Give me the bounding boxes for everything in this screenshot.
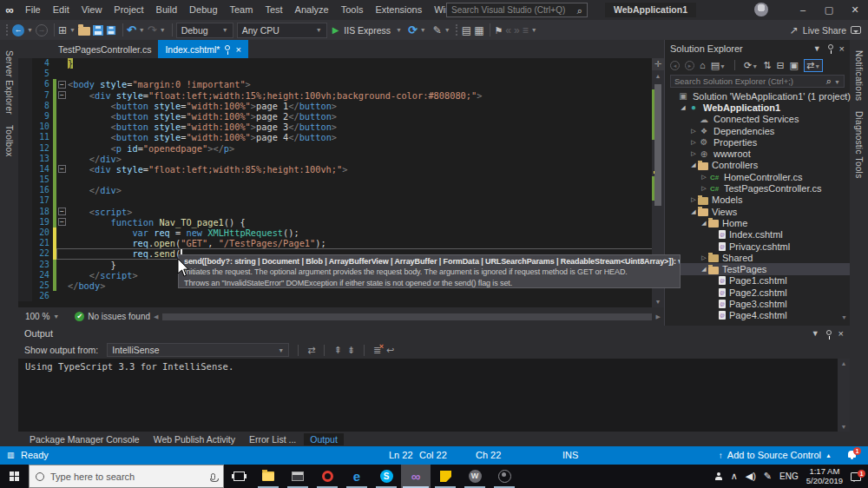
collapsed-arrow-icon[interactable]: ▷ (700, 174, 708, 181)
sync-with-active-document-icon[interactable]: ⇄▼ (804, 59, 823, 72)
home-icon[interactable]: ⌂ (700, 60, 706, 70)
output-content[interactable]: Using TypeScript 3.3 for IntelliSense. (18, 359, 838, 432)
obs-button[interactable] (490, 465, 519, 488)
menu-item-view[interactable]: View (76, 0, 108, 20)
close-button[interactable]: ✕ (842, 0, 868, 20)
menu-item-tools[interactable]: Tools (335, 0, 370, 20)
tool-tab-package-manager-console[interactable]: Package Manager Console (23, 433, 146, 445)
editor-tab[interactable]: TestPagesController.cs (51, 40, 158, 58)
menu-item-build[interactable]: Build (150, 0, 183, 20)
status-character[interactable]: Ch 22 (476, 446, 501, 465)
menu-item-analyze[interactable]: Analyze (289, 0, 335, 20)
task-view-button[interactable] (224, 465, 253, 488)
tree-item-views[interactable]: ◢Views (665, 206, 850, 217)
skype-button[interactable]: S (372, 465, 401, 488)
collapsed-arrow-icon[interactable]: ▷ (689, 139, 698, 146)
tool-tab-error-list-[interactable]: Error List ... (243, 433, 302, 445)
breakpoint-margin[interactable] (18, 270, 32, 280)
collapsed-arrow-icon[interactable]: ▷ (689, 196, 698, 203)
solution-explorer-search-input[interactable]: Search Solution Explorer (Ctrl+;) ⌕ ▼ (670, 75, 845, 88)
code-line-18[interactable]: 18− <script> (18, 207, 664, 217)
code-line-21[interactable]: 21 req.open("GET", "/TestPages/Page1"); (18, 238, 664, 248)
output-scroll-down-icon[interactable]: ▼ (838, 424, 850, 430)
run-target-dropdown[interactable]: ▼ (396, 27, 402, 33)
redo-dropdown[interactable]: ▼ (160, 27, 166, 33)
status-column[interactable]: Col 22 (419, 446, 447, 465)
close-panel-icon[interactable]: × (839, 43, 845, 54)
minimize-button[interactable]: – (790, 0, 816, 20)
breakpoint-margin[interactable] (18, 132, 32, 142)
word-wrap-icon[interactable]: ↩ (386, 345, 394, 356)
file-explorer-button[interactable] (253, 465, 283, 488)
language-indicator[interactable]: ENG (779, 472, 799, 481)
expanded-arrow-icon[interactable]: ◢ (679, 104, 687, 111)
run-target-label[interactable]: IIS Express (344, 25, 391, 36)
action-center-icon[interactable]: 1 (851, 472, 861, 481)
tree-item-wwwroot[interactable]: ▷wwwroot (665, 148, 850, 159)
code-line-6[interactable]: 6−<body style="margin:0 !important"> (18, 79, 664, 89)
breakpoint-margin[interactable] (18, 207, 32, 217)
code-cleanup-dropdown[interactable]: ▼ (444, 27, 450, 33)
tree-item-shared[interactable]: ▷Shared (665, 252, 850, 263)
tree-item-index-cshtml[interactable]: Index.cshtml (665, 229, 850, 241)
collapse-all-icon[interactable]: ⊟ (776, 60, 784, 71)
tree-item-page3-cshtml[interactable]: Page3.cshtml (665, 298, 850, 309)
tree-item-controllers[interactable]: ◢Controllers (665, 160, 850, 171)
breakpoint-margin[interactable] (18, 175, 32, 185)
next-message-icon[interactable]: ⇟ (347, 345, 355, 356)
feedback-icon[interactable] (851, 26, 861, 34)
tree-item-privacy-cshtml[interactable]: Privacy.cshtml (665, 241, 850, 252)
menu-item-file[interactable]: File (19, 0, 47, 20)
previous-message-icon[interactable]: ⇞ (333, 345, 341, 356)
scroll-left-icon[interactable]: ◀ (154, 313, 158, 320)
background-tasks-icon[interactable]: ▥ (7, 446, 15, 465)
save-icon[interactable] (93, 25, 103, 36)
zoom-level-select[interactable]: 100 %▼ (18, 312, 66, 321)
breakpoint-margin[interactable] (18, 58, 32, 69)
maximize-button[interactable]: ▢ (816, 0, 842, 20)
refresh-dropdown[interactable]: ▼ (420, 27, 426, 33)
tool-tab-output[interactable]: Output (304, 433, 344, 445)
output-menu-dropdown[interactable]: ▼ (812, 329, 819, 338)
bookmark-icon[interactable]: ⚑ (494, 24, 503, 36)
show-hidden-icons-chevron[interactable]: ∧ (731, 471, 738, 482)
tab-server-explorer[interactable]: Server Explorer (4, 50, 14, 115)
collapsed-arrow-icon[interactable]: ▷ (700, 185, 708, 192)
editor-tab[interactable]: Index.cshtml*× (158, 40, 247, 58)
show-all-files-icon[interactable]: ▣ (790, 60, 799, 71)
collapsed-arrow-icon[interactable]: ▷ (689, 128, 698, 135)
expanded-arrow-icon[interactable]: ◢ (689, 208, 698, 215)
open-file-icon[interactable] (78, 27, 90, 36)
code-line-10[interactable]: 10 <button style="width:100%">page 3</bu… (18, 122, 664, 132)
code-line-5[interactable]: 5 (18, 69, 664, 79)
taskbar-search-input[interactable]: Type here to search (29, 465, 224, 488)
breakpoint-margin[interactable] (18, 248, 32, 259)
tree-item-dependencies[interactable]: ▷Dependencies (665, 125, 850, 136)
save-all-icon[interactable] (107, 25, 115, 34)
code-line-16[interactable]: 16 </div> (18, 185, 664, 195)
hscroll-thumb[interactable] (162, 313, 652, 320)
breakpoint-margin[interactable] (18, 280, 32, 291)
navigate-back-dropdown[interactable]: ▼ (27, 27, 33, 33)
clear-all-output-icon[interactable]: ≣ (373, 345, 381, 356)
breakpoint-margin[interactable] (18, 111, 32, 122)
pen-icon[interactable]: ✎ (764, 471, 772, 482)
new-project-dropdown[interactable]: ▼ (69, 27, 76, 33)
people-icon[interactable] (715, 472, 723, 480)
tree-item-page1-cshtml[interactable]: Page1.cshtml (665, 275, 850, 287)
code-line-9[interactable]: 9 <button style="width:100%">page 2</but… (18, 111, 664, 122)
se-forward-icon[interactable]: ▸ (685, 61, 694, 70)
tool-tab-web-publish-activity[interactable]: Web Publish Activity (148, 433, 241, 445)
breakpoint-margin[interactable] (18, 143, 32, 154)
tree-item-page2-cshtml[interactable]: Page2.cshtml (665, 287, 850, 298)
collapsed-arrow-icon[interactable]: ▷ (689, 150, 698, 157)
menu-item-extensions[interactable]: Extensions (369, 0, 428, 20)
switch-views-icon[interactable]: ▤▼ (711, 60, 726, 71)
new-project-icon[interactable]: ⊞ (58, 24, 67, 36)
breakpoint-margin[interactable] (18, 79, 32, 89)
navigate-forward-button[interactable]: → (36, 24, 48, 36)
code-line-7[interactable]: 7− <div style="float:left;width:15%;heig… (18, 90, 664, 101)
breakpoint-margin[interactable] (18, 228, 32, 238)
undo-icon[interactable]: ↶ (127, 24, 136, 36)
taskbar-clock[interactable]: 1:17 AM 5/20/2019 (806, 467, 843, 485)
